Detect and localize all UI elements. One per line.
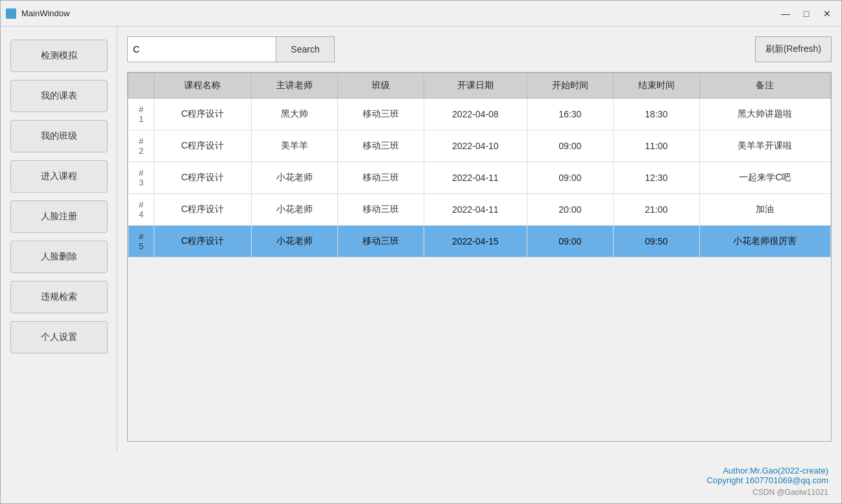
my-class-button[interactable]: 我的班级 [10, 120, 108, 152]
sidebar: 检测模拟我的课表我的班级进入课程人脸注册人脸删除违规检索个人设置 [1, 27, 117, 451]
table-row[interactable]: # 4C程序设计小花老师移动三班2022-04-1120:0021:00加油 [128, 194, 831, 226]
search-input[interactable] [127, 36, 276, 62]
search-button[interactable]: Search [276, 36, 335, 62]
col-header-num [128, 73, 154, 99]
refresh-button[interactable]: 刷新(Refresh) [755, 36, 832, 62]
col-header-teacher: 主讲老师 [251, 73, 337, 99]
col-header-date: 开课日期 [424, 73, 527, 99]
minimize-button[interactable]: — [776, 6, 795, 21]
table-row[interactable]: # 3C程序设计小花老师移动三班2022-04-1109:0012:30一起来学… [128, 162, 831, 194]
data-table: 课程名称 主讲老师 班级 开课日期 开始时间 结束时间 备注 # 1C程序设计黑… [128, 73, 831, 258]
footer: Author:Mr.Gao(2022-create) Copyright 160… [1, 451, 841, 503]
search-bar: Search 刷新(Refresh) [127, 36, 832, 62]
face-register-button[interactable]: 人脸注册 [10, 200, 108, 233]
enter-course-button[interactable]: 进入课程 [10, 160, 108, 193]
window-title: MainWindow [21, 8, 69, 18]
col-header-end: 结束时间 [613, 73, 699, 99]
footer-csdn: CSDN @Gaolw11021 [752, 488, 828, 497]
close-button[interactable]: ✕ [818, 6, 836, 21]
maximize-button[interactable]: □ [797, 6, 815, 21]
footer-copyright: Copyright 1607701069@qq.com [707, 475, 828, 485]
main-content: 检测模拟我的课表我的班级进入课程人脸注册人脸删除违规检索个人设置 Search … [1, 27, 841, 451]
title-bar-left: MainWindow [6, 8, 69, 19]
table-row[interactable]: # 5C程序设计小花老师移动三班2022-04-1509:0009:50小花老师… [128, 226, 831, 258]
my-schedule-button[interactable]: 我的课表 [10, 80, 108, 112]
col-header-note: 备注 [699, 73, 830, 99]
face-delete-button[interactable]: 人脸删除 [10, 241, 108, 273]
right-panel: Search 刷新(Refresh) 课程名称 主讲老师 班级 开课日期 开始时… [117, 27, 841, 451]
col-header-course: 课程名称 [154, 73, 252, 99]
col-header-start: 开始时间 [527, 73, 613, 99]
table-header-row: 课程名称 主讲老师 班级 开课日期 开始时间 结束时间 备注 [128, 73, 831, 99]
col-header-class: 班级 [337, 73, 424, 99]
table-row[interactable]: # 1C程序设计黑大帅移动三班2022-04-0816:3018:30黑大帅讲题… [128, 99, 831, 130]
table-container: 课程名称 主讲老师 班级 开课日期 开始时间 结束时间 备注 # 1C程序设计黑… [127, 72, 832, 442]
table-row[interactable]: # 2C程序设计美羊羊移动三班2022-04-1009:0011:00美羊羊开课… [128, 130, 831, 162]
title-bar: MainWindow — □ ✕ [1, 1, 841, 27]
footer-author: Author:Mr.Gao(2022-create) [723, 466, 828, 475]
window-icon [6, 8, 16, 19]
violation-search-button[interactable]: 违规检索 [10, 281, 108, 313]
main-window: MainWindow — □ ✕ 检测模拟我的课表我的班级进入课程人脸注册人脸删… [0, 0, 842, 504]
detect-simulate-button[interactable]: 检测模拟 [10, 40, 108, 72]
personal-settings-button[interactable]: 个人设置 [10, 321, 108, 354]
title-bar-controls: — □ ✕ [776, 6, 836, 21]
